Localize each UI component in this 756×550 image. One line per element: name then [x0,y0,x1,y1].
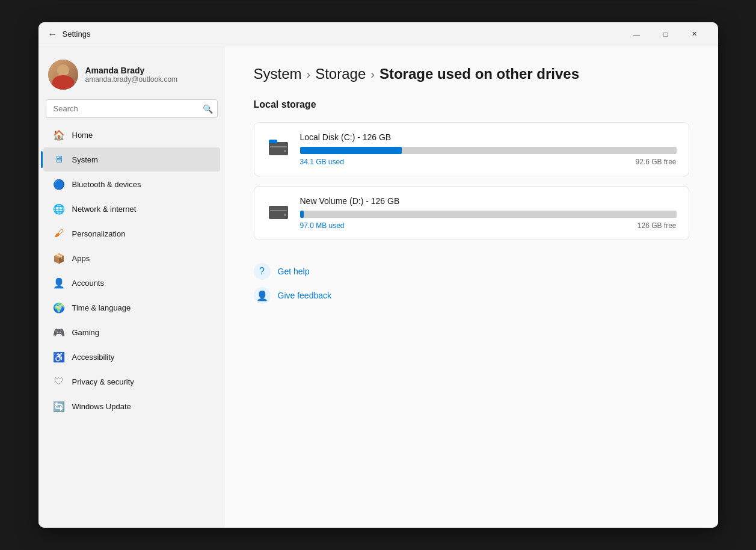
sidebar-item-update[interactable]: 🔄 Windows Update [43,394,220,418]
drive-d-icon [266,199,290,223]
drive-d-used: 97.0 MB used [300,221,345,230]
nav-label-apps: Apps [72,254,90,263]
sidebar-item-accessibility[interactable]: ♿ Accessibility [43,345,220,369]
svg-rect-0 [269,142,288,155]
get-help-label: Get help [278,267,310,276]
nav-label-home: Home [72,131,93,140]
nav-label-update: Windows Update [72,402,131,411]
drive-d-item[interactable]: New Volume (D:) - 126 GB 97.0 MB used 12… [254,186,689,240]
privacy-icon: 🛡 [53,375,65,388]
sidebar-item-privacy[interactable]: 🛡 Privacy & security [43,369,220,394]
user-profile[interactable]: Amanda Brady amanda.brady@outlook.com [38,54,225,99]
sidebar-item-apps[interactable]: 📦 Apps [43,246,220,270]
nav-label-network: Network & internet [72,205,137,214]
window-title: Settings [63,29,91,39]
nav-menu: 🏠 Home 🖥 System 🔵 Bluetooth & devices 🌐 … [38,123,225,418]
drive-c-used: 34.1 GB used [300,158,344,166]
minimize-button[interactable]: — [623,25,651,44]
give-feedback-icon: 👤 [254,287,271,304]
drive-c-svg [268,136,289,158]
nav-label-accessibility: Accessibility [72,353,115,362]
maximize-button[interactable]: □ [652,25,680,44]
sidebar-item-accounts[interactable]: 👤 Accounts [43,271,220,295]
back-icon[interactable]: ← [48,29,58,40]
section-title: Local storage [254,99,689,110]
breadcrumb-system[interactable]: System [254,66,302,82]
sidebar-item-personalization[interactable]: 🖌 Personalization [43,221,220,246]
nav-label-gaming: Gaming [72,328,100,337]
nav-label-privacy: Privacy & security [72,377,134,386]
drive-d-svg [268,200,289,221]
drive-d-free: 126 GB free [638,221,677,230]
sidebar-item-home[interactable]: 🏠 Home [43,123,220,147]
user-name: Amanda Brady [85,66,178,75]
sidebar-item-time[interactable]: 🌍 Time & language [43,295,220,320]
sidebar-item-network[interactable]: 🌐 Network & internet [43,197,220,221]
drive-c-title: Local Disk (C:) - 126 GB [300,132,677,142]
svg-point-6 [284,214,286,216]
svg-rect-2 [270,146,287,147]
bluetooth-icon: 🔵 [53,178,65,190]
search-input[interactable] [46,99,218,118]
nav-label-time: Time & language [72,303,131,312]
window-controls: — □ ✕ [623,25,708,44]
svg-rect-4 [269,206,288,219]
search-box: 🔍 [46,99,218,118]
breadcrumb-current: Storage used on other drives [380,66,579,82]
sidebar-item-bluetooth[interactable]: 🔵 Bluetooth & devices [43,172,220,196]
drive-c-stats: 34.1 GB used 92.6 GB free [300,158,677,166]
get-help-icon: ? [254,263,271,280]
network-icon: 🌐 [53,203,65,215]
breadcrumb-storage[interactable]: Storage [315,66,366,82]
nav-label-personalization: Personalization [72,229,126,238]
nav-label-bluetooth: Bluetooth & devices [72,180,141,189]
svg-point-3 [284,150,286,152]
svg-rect-5 [270,210,287,211]
user-info: Amanda Brady amanda.brady@outlook.com [85,66,178,84]
avatar-image [48,60,78,90]
accounts-icon: 👤 [53,277,65,289]
sidebar: Amanda Brady amanda.brady@outlook.com 🔍 … [38,46,225,528]
get-help-link[interactable]: ? Get help [254,259,689,283]
gaming-icon: 🎮 [53,326,65,338]
drive-c-progress-bar [300,147,677,154]
search-icon[interactable]: 🔍 [203,104,213,114]
drive-c-item[interactable]: Local Disk (C:) - 126 GB 34.1 GB used 92… [254,122,689,176]
breadcrumb: System › Storage › Storage used on other… [254,66,689,82]
close-button[interactable]: ✕ [681,25,708,44]
sidebar-item-gaming[interactable]: 🎮 Gaming [43,320,220,344]
user-email: amanda.brady@outlook.com [85,75,178,84]
drive-d-details: New Volume (D:) - 126 GB 97.0 MB used 12… [300,196,677,230]
titlebar: ← Settings — □ ✕ [38,22,718,46]
give-feedback-label: Give feedback [278,291,332,300]
update-icon: 🔄 [53,400,65,412]
svg-rect-1 [269,140,277,143]
drive-d-progress-fill [300,211,304,218]
breadcrumb-sep-2: › [370,67,375,81]
drive-d-stats: 97.0 MB used 126 GB free [300,221,677,230]
drive-d-progress-bar [300,211,677,218]
drive-c-icon [266,135,290,159]
main-content: System › Storage › Storage used on other… [225,46,718,528]
home-icon: 🏠 [53,129,65,141]
drive-d-title: New Volume (D:) - 126 GB [300,196,677,206]
drive-c-free: 92.6 GB free [635,158,676,166]
sidebar-item-system[interactable]: 🖥 System [43,147,220,171]
personalization-icon: 🖌 [53,227,65,239]
settings-window: ← Settings — □ ✕ Amanda Brady amanda.bra… [38,22,718,528]
drive-c-progress-fill [300,147,402,154]
avatar [48,60,78,90]
time-icon: 🌍 [53,301,65,314]
system-icon: 🖥 [53,153,65,165]
drive-c-details: Local Disk (C:) - 126 GB 34.1 GB used 92… [300,132,677,166]
nav-label-accounts: Accounts [72,279,104,288]
apps-icon: 📦 [53,252,65,264]
local-storage-section: Local storage Local Disk (C:) - 126 GB [254,99,689,240]
give-feedback-link[interactable]: 👤 Give feedback [254,283,689,307]
accessibility-icon: ♿ [53,351,65,363]
nav-label-system: System [72,155,98,164]
breadcrumb-sep-1: › [307,67,311,81]
links-section: ? Get help 👤 Give feedback [254,259,689,307]
content-area: Amanda Brady amanda.brady@outlook.com 🔍 … [38,46,718,528]
